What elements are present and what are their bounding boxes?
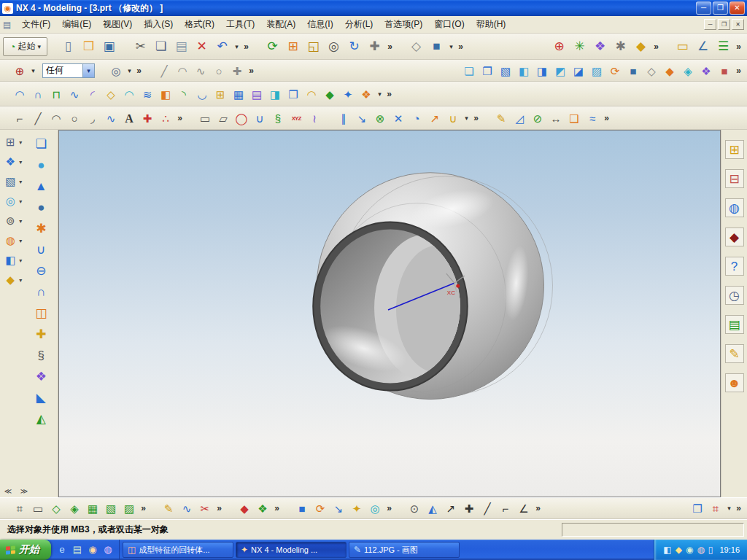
orient-view-icon[interactable]: ⊕ bbox=[549, 36, 569, 56]
datum-display-icon[interactable]: ❖ bbox=[590, 36, 610, 56]
overflow-chevron[interactable]: » bbox=[456, 36, 465, 56]
history-icon[interactable]: ◷ bbox=[725, 286, 744, 305]
instance-icon[interactable]: ❖ bbox=[31, 367, 50, 386]
circle-icon[interactable]: ○ bbox=[66, 109, 83, 127]
battery-tray-icon[interactable]: ▯ bbox=[708, 545, 713, 555]
rectangle-icon[interactable]: ▭ bbox=[196, 109, 214, 127]
rotate-icon[interactable]: ↻ bbox=[344, 36, 364, 56]
overflow-chevron[interactable]: » bbox=[734, 499, 743, 517]
soft-blend-icon[interactable]: ✦ bbox=[339, 85, 357, 103]
pocket-icon[interactable]: ◧ bbox=[2, 252, 22, 268]
dropdown-arrow[interactable]: ▾ bbox=[447, 36, 455, 56]
overflow-chevron[interactable]: » bbox=[247, 62, 256, 79]
visualization-icon[interactable]: ◆ bbox=[631, 36, 651, 56]
open-icon[interactable]: ❒ bbox=[79, 36, 98, 56]
bridge-surface-icon[interactable]: ◠ bbox=[120, 85, 138, 103]
menu-item[interactable]: 首选项(P) bbox=[379, 16, 428, 33]
overflow-chevron[interactable]: » bbox=[385, 36, 395, 56]
crosshair-icon[interactable]: ✚ bbox=[460, 499, 478, 517]
overflow-chevron[interactable]: » bbox=[533, 499, 543, 517]
overflow-chevron[interactable]: » bbox=[241, 36, 251, 56]
shaded-icon[interactable]: ■ bbox=[427, 36, 446, 56]
thread-icon[interactable]: § bbox=[31, 346, 50, 365]
view-right-icon[interactable]: ◨ bbox=[533, 62, 551, 79]
corner-icon[interactable]: ⌐ bbox=[497, 499, 514, 517]
assembly-navigator-icon[interactable]: ⊞ bbox=[725, 140, 744, 159]
copy-icon[interactable]: ❏ bbox=[151, 36, 171, 56]
mesh-map-icon[interactable]: ▨ bbox=[120, 499, 138, 517]
menu-item[interactable]: 帮助(H) bbox=[471, 16, 512, 33]
minimize-button[interactable]: ─ bbox=[696, 1, 711, 15]
mesh-tri-icon[interactable]: ◈ bbox=[66, 499, 83, 517]
zoom-box-icon[interactable]: ◱ bbox=[303, 36, 323, 56]
swept-icon[interactable]: ∿ bbox=[66, 85, 83, 103]
menu-item[interactable]: 文件(F) bbox=[16, 16, 56, 33]
web-browser-icon[interactable]: ◍ bbox=[725, 198, 744, 217]
chevron-down-icon[interactable] bbox=[82, 64, 94, 77]
help-icon[interactable]: ? bbox=[725, 257, 744, 276]
volume-tray-icon[interactable]: ◉ bbox=[686, 545, 693, 555]
overflow-chevron[interactable]: » bbox=[734, 36, 743, 56]
overflow-chevron[interactable]: » bbox=[651, 36, 661, 56]
law-extension-icon[interactable]: ◡ bbox=[193, 85, 211, 103]
conic-icon[interactable]: ∪ bbox=[251, 109, 268, 127]
snapshot-icon[interactable]: ❖ bbox=[697, 62, 715, 79]
task-button-1[interactable]: ◫ 成型特征的回转体... bbox=[123, 542, 233, 558]
mdi-restore-button[interactable]: ❐ bbox=[718, 19, 730, 30]
slash-icon[interactable]: ╱ bbox=[479, 499, 496, 517]
mesh-quad-icon[interactable]: ◇ bbox=[47, 499, 65, 517]
extension-icon[interactable]: ◝ bbox=[175, 85, 193, 103]
hole-icon[interactable]: ⊚ bbox=[2, 213, 22, 229]
sketch-plane-icon[interactable]: ▭ bbox=[29, 499, 47, 517]
wireframe-icon[interactable]: ◇ bbox=[406, 36, 426, 56]
groove-icon[interactable]: ◆ bbox=[2, 272, 22, 288]
view-isometric-icon[interactable]: ❐ bbox=[479, 62, 496, 79]
join-curve-icon[interactable]: ∪ bbox=[444, 109, 462, 127]
curve-param-icon[interactable]: ❑ bbox=[565, 109, 583, 127]
messenger-icon[interactable]: ◍ bbox=[101, 543, 115, 556]
view-bottom-icon[interactable]: ▨ bbox=[588, 62, 605, 79]
datum-grid-icon[interactable]: ⌗ bbox=[11, 499, 28, 517]
block-icon[interactable]: ❏ bbox=[31, 134, 50, 153]
overflow-chevron[interactable]: » bbox=[134, 62, 144, 79]
paste-icon[interactable]: ▤ bbox=[171, 36, 191, 56]
point-snap-icon[interactable]: ✚ bbox=[228, 62, 246, 79]
shaded-view-icon[interactable]: ■ bbox=[624, 62, 642, 79]
snip-surface-icon[interactable]: ✂ bbox=[196, 499, 214, 517]
text-icon[interactable]: A bbox=[120, 109, 138, 127]
line-icon[interactable]: ╱ bbox=[29, 109, 47, 127]
boss-icon[interactable]: ◍ bbox=[2, 233, 22, 249]
palette-icon[interactable]: ✎ bbox=[725, 344, 744, 363]
close-button[interactable]: ✕ bbox=[729, 1, 745, 15]
circle-snap-icon[interactable]: ○ bbox=[210, 62, 228, 79]
helix-icon[interactable]: § bbox=[269, 109, 287, 127]
angle-icon[interactable]: ∠ bbox=[693, 36, 713, 56]
point-icon[interactable]: ✚ bbox=[139, 109, 156, 127]
im-tray-icon[interactable]: ◍ bbox=[697, 545, 704, 555]
network-tray-icon[interactable]: ◧ bbox=[663, 545, 671, 555]
point-set-icon[interactable]: ∴ bbox=[157, 109, 174, 127]
start-menu-button[interactable]: 起始 bbox=[3, 37, 47, 56]
profile-icon[interactable]: ⌐ bbox=[11, 109, 28, 127]
shield-tray-icon[interactable]: ◆ bbox=[676, 545, 682, 555]
dropdown-arrow[interactable]: ▾ bbox=[233, 36, 241, 56]
locate-icon[interactable]: ◎ bbox=[366, 499, 384, 517]
overflow-chevron[interactable]: » bbox=[139, 499, 148, 517]
dropdown-arrow[interactable]: ▾ bbox=[725, 499, 733, 517]
cone-icon[interactable]: ▲ bbox=[31, 176, 50, 195]
trim-curve-icon[interactable]: ◿ bbox=[511, 109, 528, 127]
task-button-3[interactable]: ✎ 112.JPG - 画图 bbox=[349, 542, 460, 558]
view-back-icon[interactable]: ◪ bbox=[570, 62, 587, 79]
project-curve-icon[interactable]: ↘ bbox=[353, 109, 371, 127]
windows-start-button[interactable]: 开始 bbox=[0, 540, 51, 560]
ruled-surface-icon[interactable]: ◠ bbox=[11, 85, 28, 103]
sphere-icon[interactable]: ● bbox=[31, 198, 50, 217]
notes-icon[interactable]: ▤ bbox=[725, 315, 744, 334]
media-player-icon[interactable]: ◉ bbox=[86, 543, 99, 556]
scroll-right-icon[interactable]: ≫ bbox=[19, 486, 29, 496]
datum-plane-icon[interactable]: ❖ bbox=[2, 154, 22, 170]
menu-item[interactable]: 装配(A) bbox=[260, 16, 301, 33]
highlight-icon[interactable]: ✦ bbox=[348, 499, 365, 517]
overflow-chevron[interactable]: » bbox=[214, 499, 224, 517]
dropdown-arrow[interactable]: ▾ bbox=[125, 62, 133, 79]
